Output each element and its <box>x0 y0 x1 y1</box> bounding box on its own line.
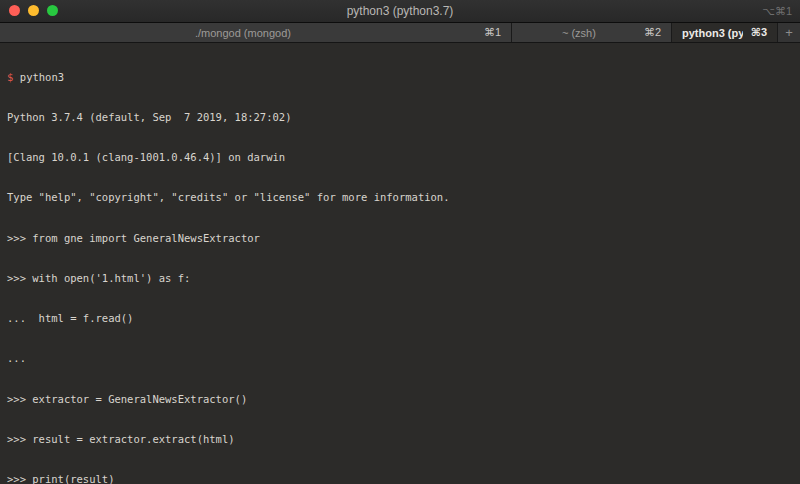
python-banner-line: Type "help", "copyright", "credits" or "… <box>7 191 794 204</box>
shell-command: python3 <box>13 71 64 83</box>
close-button[interactable] <box>9 5 20 16</box>
terminal-screen[interactable]: $python3 Python 3.7.4 (default, Sep 7 20… <box>0 43 800 484</box>
window-title: python3 (python3.7) <box>347 4 454 18</box>
tab-label: ./mongod (mongod) <box>10 27 476 39</box>
shell-command-line: $python3 <box>7 71 794 84</box>
tab-bar: ./mongod (mongod) ⌘1 ~ (zsh) ⌘2 python3 … <box>0 23 800 43</box>
minimize-button[interactable] <box>28 5 39 16</box>
repl-line: >>> with open('1.html') as f: <box>7 272 794 285</box>
repl-line: >>> from gne import GeneralNewsExtractor <box>7 232 794 245</box>
titlebar-shortcut-hint: ⌥⌘1 <box>762 5 792 18</box>
python-banner-line: Python 3.7.4 (default, Sep 7 2019, 18:27… <box>7 111 794 124</box>
tab-shortcut: ⌘1 <box>484 26 501 39</box>
tab-python3[interactable]: python3 (python3.7) ⌘3 <box>672 23 778 42</box>
tab-zsh[interactable]: ~ (zsh) ⌘2 <box>512 23 672 42</box>
repl-line: ... html = f.read() <box>7 312 794 325</box>
tab-shortcut: ⌘3 <box>751 26 767 39</box>
tab-label: python3 (python3.7) <box>682 27 743 39</box>
tab-label: ~ (zsh) <box>522 27 636 39</box>
repl-line: ... <box>7 352 794 365</box>
repl-line: >>> extractor = GeneralNewsExtractor() <box>7 393 794 406</box>
tab-shortcut: ⌘2 <box>644 26 661 39</box>
terminal-window: python3 (python3.7) ⌥⌘1 ./mongod (mongod… <box>0 0 800 484</box>
python-banner-line: [Clang 10.0.1 (clang-1001.0.46.4)] on da… <box>7 151 794 164</box>
traffic-lights <box>9 5 58 16</box>
repl-line: >>> print(result) <box>7 473 794 484</box>
tab-mongod[interactable]: ./mongod (mongod) ⌘1 <box>0 23 512 42</box>
fullscreen-button[interactable] <box>47 5 58 16</box>
titlebar: python3 (python3.7) ⌥⌘1 <box>0 0 800 23</box>
repl-line: >>> result = extractor.extract(html) <box>7 433 794 446</box>
new-tab-button[interactable]: + <box>778 23 800 42</box>
